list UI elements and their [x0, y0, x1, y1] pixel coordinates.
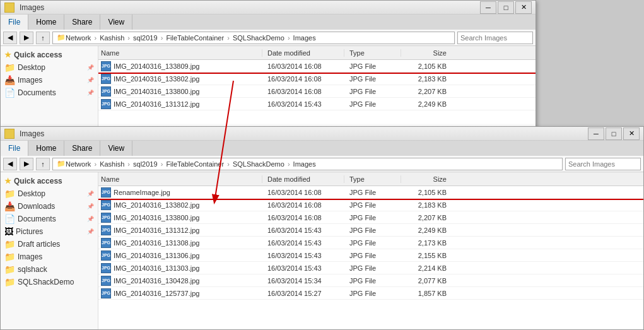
table-row[interactable]: JPG RenameImage.jpg 16/03/2014 16:08 JPG… — [98, 186, 643, 199]
back-button-1[interactable]: ◀ — [3, 32, 17, 44]
table-row[interactable]: JPG IMG_20140316_133800.jpg 16/03/2014 1… — [98, 85, 536, 98]
col-date-1[interactable]: Date modified — [262, 49, 344, 57]
tab-file-1[interactable]: File — [1, 15, 28, 30]
tab-view-1[interactable]: View — [100, 15, 132, 30]
jpg-icon: JPG — [101, 238, 111, 248]
pin-dl: 📌 — [87, 203, 94, 209]
minimize-button-2[interactable]: ─ — [588, 127, 604, 140]
sidebar-item-draft[interactable]: 📁 Draft articles — [1, 238, 98, 250]
file-name-cell: JPG IMG_20140316_131303.jpg — [98, 263, 262, 273]
sidebar-item-sqlshackdemo[interactable]: 📁 SQLShackDemo — [1, 276, 98, 288]
back-button-2[interactable]: ◀ — [3, 158, 17, 170]
file-type: JPG File — [344, 75, 401, 83]
col-name-2[interactable]: Name — [98, 175, 262, 183]
file-size: 2,207 KB — [401, 88, 452, 95]
sidebar-item-pictures-2[interactable]: 🖼 Pictures 📌 — [1, 225, 98, 238]
window1-controls: ─ □ ✕ — [480, 1, 532, 14]
window2: Images ─ □ ✕ File Home Share View ◀ ▶ ↑ … — [0, 126, 644, 330]
file-name: IMG_20140316_131312.jpg — [114, 227, 199, 234]
table-row[interactable]: JPG IMG_20140316_133809.jpg 16/03/2014 1… — [98, 60, 536, 73]
col-size-1[interactable]: Size — [401, 49, 452, 57]
sidebar-item-sqlshack[interactable]: 📁 sqlshack — [1, 263, 98, 276]
col-size-2[interactable]: Size — [401, 175, 452, 183]
table-row[interactable]: JPG IMG_20140316_131312.jpg 16/03/2014 1… — [98, 224, 643, 237]
table-row[interactable]: JPG IMG_20140316_133802.jpg 16/03/2014 1… — [98, 199, 643, 211]
jpg-icon: JPG — [101, 225, 111, 235]
titlebar-2: Images ─ □ ✕ — [1, 127, 643, 141]
search-input-2[interactable] — [565, 158, 641, 170]
tab-file-2[interactable]: File — [1, 141, 28, 156]
tab-share-1[interactable]: Share — [64, 15, 100, 30]
file-name: RenameImage.jpg — [114, 189, 170, 196]
sidebar-item-downloads-2[interactable]: 📥 Downloads 📌 — [1, 200, 98, 213]
path-1: Network › Kashish › sql2019 › FileTableC… — [66, 34, 316, 42]
close-button-2[interactable]: ✕ — [623, 127, 640, 140]
sqlshackdemo-folder-icon: 📁 — [4, 277, 15, 287]
file-date: 16/03/2014 16:08 — [262, 75, 344, 83]
forward-button-1[interactable]: ▶ — [20, 32, 33, 44]
maximize-button-1[interactable]: □ — [498, 1, 514, 14]
file-date: 16/03/2014 15:43 — [262, 264, 344, 272]
forward-button-2[interactable]: ▶ — [20, 158, 33, 170]
window1-title: Images — [20, 3, 44, 12]
address-bar-2: ◀ ▶ ↑ 📁 Network › Kashish › sql2019 › Fi… — [1, 156, 643, 172]
file-name-cell: JPG IMG_20140316_133802.jpg — [98, 74, 262, 84]
up-button-1[interactable]: ↑ — [36, 32, 50, 44]
close-button-1[interactable]: ✕ — [515, 1, 532, 14]
file-rows-2: JPG RenameImage.jpg 16/03/2014 16:08 JPG… — [98, 186, 643, 300]
tab-view-2[interactable]: View — [100, 141, 132, 156]
window1: Images ─ □ ✕ File Home Share View ◀ ▶ ↑ … — [0, 0, 536, 133]
breadcrumb-1[interactable]: 📁 Network › Kashish › sql2019 › FileTabl… — [52, 32, 455, 44]
sidebar-item-desktop-1[interactable]: 📁 Desktop 📌 — [1, 61, 98, 74]
table-row[interactable]: JPG IMG_20140316_131303.jpg 16/03/2014 1… — [98, 262, 643, 274]
sidebar-item-documents-1[interactable]: 📄 Documents 📌 — [1, 86, 98, 99]
table-row[interactable]: JPG IMG_20140316_131312.jpg 16/03/2014 1… — [98, 98, 536, 110]
col-type-1[interactable]: Type — [344, 49, 401, 57]
sidebar-item-desktop-2[interactable]: 📁 Desktop 📌 — [1, 187, 98, 200]
file-date: 16/03/2014 16:08 — [262, 201, 344, 209]
col-date-2[interactable]: Date modified — [262, 175, 344, 183]
sidebar-item-downloads-1[interactable]: 📥 Images 📌 — [1, 74, 98, 86]
file-date: 16/03/2014 16:08 — [262, 214, 344, 221]
search-input-1[interactable] — [457, 32, 533, 44]
jpg-icon: JPG — [101, 213, 111, 223]
file-name: IMG_20140316_133800.jpg — [114, 88, 199, 95]
table-row[interactable]: JPG IMG_20140316_131308.jpg 16/03/2014 1… — [98, 237, 643, 249]
table-row[interactable]: JPG IMG_20140316_131306.jpg 16/03/2014 1… — [98, 249, 643, 262]
pin-icon-dl: 📌 — [87, 77, 94, 83]
col-type-2[interactable]: Type — [344, 175, 401, 183]
jpg-icon: JPG — [101, 250, 111, 261]
content-area-1: ★ Quick access 📁 Desktop 📌 📥 Images 📌 📄 … — [1, 46, 536, 132]
tab-share-2[interactable]: Share — [64, 141, 100, 156]
dl-folder-icon: 📥 — [4, 201, 15, 211]
pin-pic: 📌 — [87, 228, 94, 235]
minimize-button-1[interactable]: ─ — [480, 1, 496, 14]
table-row[interactable]: JPG IMG_20140316_125737.jpg 16/03/2014 1… — [98, 287, 643, 300]
draft-folder-icon: 📁 — [4, 239, 15, 249]
jpg-icon: JPG — [101, 263, 111, 273]
breadcrumb-2[interactable]: 📁 Network › Kashish › sql2019 › FileTabl… — [52, 158, 563, 170]
file-name: IMG_20140316_133802.jpg — [114, 75, 199, 83]
quick-access-header-2: ★ Quick access — [1, 175, 98, 187]
jpg-icon: JPG — [101, 187, 111, 197]
file-size: 2,105 KB — [401, 62, 452, 70]
path-icon-2: 📁 — [57, 160, 66, 168]
file-name-cell: JPG IMG_20140316_133800.jpg — [98, 213, 262, 223]
table-row[interactable]: JPG IMG_20140316_130428.jpg 16/03/2014 1… — [98, 274, 643, 287]
table-row[interactable]: JPG IMG_20140316_133802.jpg 16/03/2014 1… — [98, 73, 536, 85]
col-name-1[interactable]: Name — [98, 49, 262, 57]
jpg-icon: JPG — [101, 276, 111, 286]
path-2: Network › Kashish › sql2019 › FileTableC… — [66, 160, 316, 168]
sidebar-item-images[interactable]: 📁 Images — [1, 250, 98, 263]
file-size: 2,183 KB — [401, 201, 452, 209]
pin-icon: 📌 — [87, 64, 94, 71]
tab-home-2[interactable]: Home — [28, 141, 64, 156]
table-row[interactable]: JPG IMG_20140316_133800.jpg 16/03/2014 1… — [98, 211, 643, 224]
maximize-button-2[interactable]: □ — [606, 127, 622, 140]
images-folder-icon: 📁 — [4, 252, 15, 262]
downloads-icon: 📥 — [4, 75, 15, 85]
file-name: IMG_20140316_131312.jpg — [114, 100, 199, 108]
tab-home-1[interactable]: Home — [28, 15, 64, 30]
up-button-2[interactable]: ↑ — [36, 158, 50, 170]
sidebar-item-documents-2[interactable]: 📄 Documents 📌 — [1, 213, 98, 225]
